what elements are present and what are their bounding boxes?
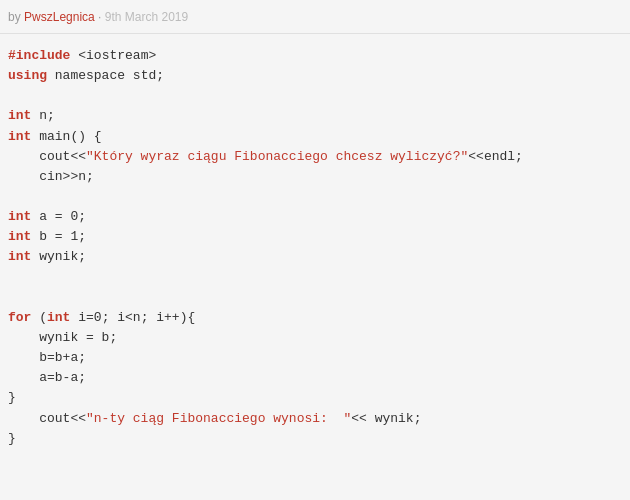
- code-line: int b = 1;: [8, 227, 622, 247]
- by-label: by: [8, 10, 21, 24]
- keyword: int: [47, 310, 70, 325]
- code-line: using namespace std;: [8, 66, 622, 86]
- code-line: wynik = b;: [8, 328, 622, 348]
- keyword: using: [8, 68, 47, 83]
- keyword: int: [8, 209, 31, 224]
- code-line: b=b+a;: [8, 348, 622, 368]
- code-line: }: [8, 388, 622, 408]
- keyword: int: [8, 229, 31, 244]
- blank-line: [8, 268, 622, 288]
- date: 9th March 2019: [105, 10, 188, 24]
- code-area: #include <iostream> using namespace std;…: [0, 34, 630, 500]
- header-meta: by PwszLegnica · 9th March 2019: [8, 10, 188, 24]
- keyword: int: [8, 129, 31, 144]
- string-literal: "n-ty ciąg Fibonacciego wynosi: ": [86, 411, 351, 426]
- string-literal: "Który wyraz ciągu Fibonacciego chcesz w…: [86, 149, 468, 164]
- code-line: int wynik;: [8, 247, 622, 267]
- code-line: int main() {: [8, 127, 622, 147]
- keyword: #include: [8, 48, 70, 63]
- keyword: int: [8, 249, 31, 264]
- page-container: by PwszLegnica · 9th March 2019 #include…: [0, 0, 630, 500]
- code-line: cin>>n;: [8, 167, 622, 187]
- blank-line: [8, 187, 622, 207]
- code-line: cout<<"Który wyraz ciągu Fibonacciego ch…: [8, 147, 622, 167]
- code-line: for (int i=0; i<n; i++){: [8, 308, 622, 328]
- blank-line: [8, 86, 622, 106]
- blank-line: [8, 288, 622, 308]
- author: PwszLegnica: [24, 10, 95, 24]
- code-line: int n;: [8, 106, 622, 126]
- header: by PwszLegnica · 9th March 2019: [0, 0, 630, 34]
- keyword: for: [8, 310, 31, 325]
- keyword: int: [8, 108, 31, 123]
- code-line: }: [8, 429, 622, 449]
- code-line: #include <iostream>: [8, 46, 622, 66]
- separator: ·: [95, 10, 105, 24]
- code-line: int a = 0;: [8, 207, 622, 227]
- code-line: cout<<"n-ty ciąg Fibonacciego wynosi: "<…: [8, 409, 622, 429]
- code-line: a=b-a;: [8, 368, 622, 388]
